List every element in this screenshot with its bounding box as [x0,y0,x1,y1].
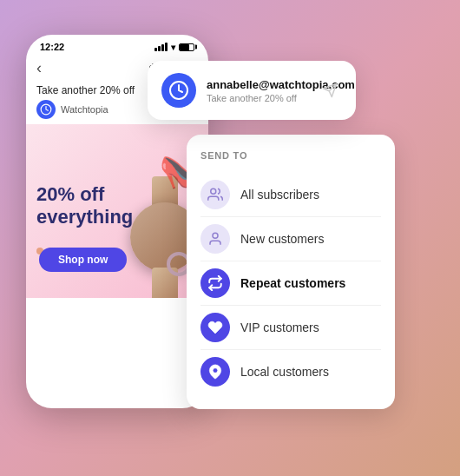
audience-item-vip-customers[interactable]: VIP customers [200,305,381,349]
time-display: 12:22 [40,42,64,52]
new-customers-icon [200,224,230,254]
audience-item-new-customers[interactable]: New customers [200,216,381,261]
send-button[interactable] [318,78,342,102]
repeat-customers-icon [200,268,230,298]
email-card-avatar [161,73,196,108]
vip-customers-label: VIP customers [240,321,319,334]
audience-item-repeat-customers[interactable]: Repeat customers [200,261,381,305]
email-address: annabelle@watchtopia.com [207,78,307,91]
email-image-area: 20% off everything 👠 Shop now [26,124,208,298]
all-subscribers-icon [200,180,230,209]
send-to-panel: SEND TO All subscribers New customers [187,135,395,409]
email-detail-card: annabelle@watchtopia.com Take another 20… [148,61,356,120]
send-to-title: SEND TO [200,150,381,161]
svg-point-6 [214,368,218,373]
new-customers-label: New customers [240,232,324,246]
local-customers-icon [200,357,230,387]
email-card-subject: Take another 20% off [207,93,307,103]
svg-point-5 [213,233,218,238]
all-subscribers-label: All subscribers [240,188,319,202]
audience-item-local-customers[interactable]: Local customers [200,349,381,393]
local-customers-label: Local customers [240,365,329,379]
status-bar: 12:22 ▾ [26,35,208,56]
sender-avatar [36,100,56,119]
back-button[interactable]: ‹ [36,59,42,77]
sender-name: Watchtopia [61,104,108,115]
email-card-info: annabelle@watchtopia.com Take another 20… [207,78,307,103]
repeat-customers-label: Repeat customers [240,276,345,290]
status-icons: ▾ [154,43,194,52]
signal-icon [154,43,168,51]
svg-point-4 [211,188,216,194]
battery-icon [179,43,194,51]
shop-now-button[interactable]: Shop now [39,248,127,272]
wifi-icon: ▾ [171,43,175,52]
audience-item-all-subscribers[interactable]: All subscribers [200,173,381,216]
vip-customers-icon [200,313,230,342]
